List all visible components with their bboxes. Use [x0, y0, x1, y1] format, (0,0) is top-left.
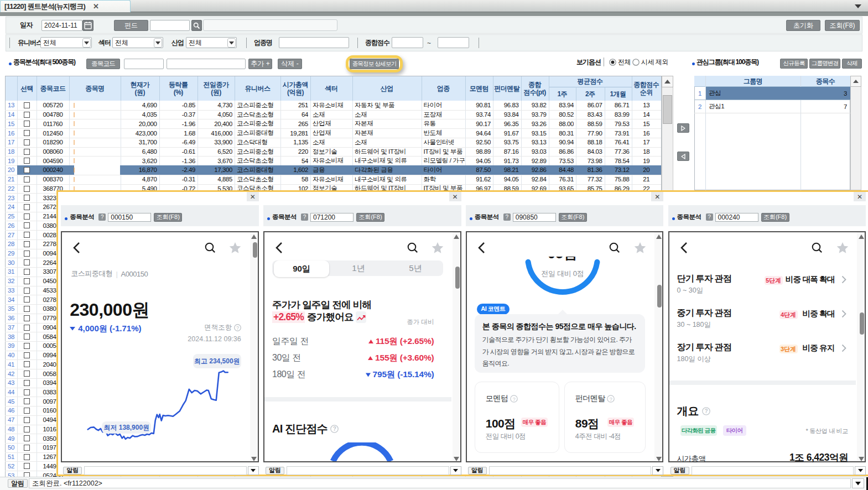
svg-text:?: ? [610, 397, 612, 402]
svg-text:?: ? [333, 426, 336, 432]
svg-text:?: ? [512, 397, 515, 402]
svg-text:?: ? [705, 408, 708, 414]
